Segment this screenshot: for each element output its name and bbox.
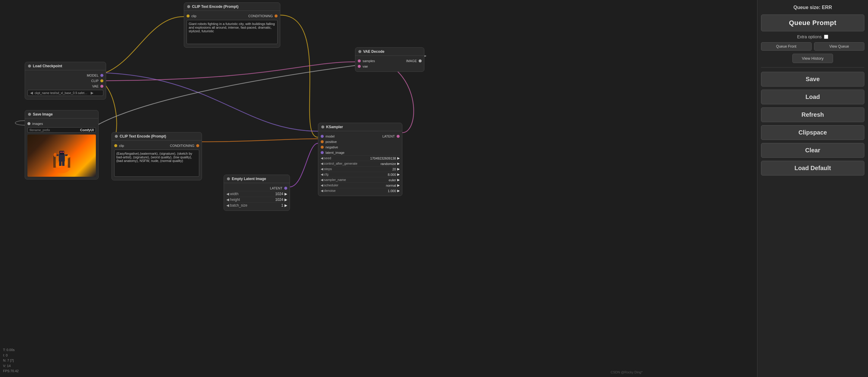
input-label-clip: clip (119, 144, 124, 147)
scheduler-value: normal (386, 184, 396, 187)
node-empty-latent[interactable]: Empty Latent Image LATENT ◀ width 1024 ▶… (224, 175, 290, 211)
denoise-label: ◀ denoise (321, 189, 357, 193)
extra-options-label: Extra options (797, 34, 822, 39)
output-label-image: IMAGE (406, 59, 417, 63)
clip-text-bottom-textarea[interactable] (114, 150, 199, 177)
input-label-positive: positive (326, 140, 337, 144)
svg-rect-12 (68, 157, 70, 168)
output-port-clip[interactable] (100, 79, 103, 82)
output-port-vae[interactable] (100, 85, 103, 88)
clipspace-button[interactable]: Clipspace (761, 125, 864, 140)
output-port-conditioning[interactable] (196, 144, 199, 147)
node-clip-bottom-header: CLIP Text Encode (Prompt) (112, 133, 202, 141)
status-bar: T: 0.00s I: 0 N: 7 [7] V: 14 FPS:70.42 (3, 347, 19, 374)
extra-options-checkbox[interactable] (824, 35, 828, 39)
svg-rect-3 (59, 154, 65, 162)
node-title: Load Checkpoint (33, 64, 62, 68)
next-checkpoint-btn[interactable]: ▶ (90, 91, 94, 95)
output-label-conditioning: CONDITIONING (170, 144, 194, 147)
queue-size-label: Queue size: ERR (761, 5, 864, 10)
output-port-model[interactable] (100, 74, 103, 77)
node-load-checkpoint[interactable]: Load Checkpoint MODEL CLIP VAE (25, 62, 106, 99)
node-status-dot (187, 5, 190, 8)
input-port-latent-image[interactable] (321, 151, 324, 154)
input-port-vae[interactable] (358, 65, 361, 68)
view-history-button[interactable]: View History (792, 54, 833, 63)
canvas-area[interactable]: Load Checkpoint MODEL CLIP VAE (0, 0, 757, 377)
node-save-image[interactable]: Save Image images filename_prefix (25, 110, 98, 179)
input-label-vae: vae (363, 64, 368, 68)
ksampler-seed-row: ◀ seed 17049232609138 ▶ (321, 155, 400, 161)
input-port-samples[interactable] (358, 59, 361, 62)
output-label-conditioning: CONDITIONING (248, 14, 273, 18)
save-button[interactable]: Save (761, 72, 864, 87)
save-image-preview (27, 135, 96, 177)
right-panel: Queue size: ERR Queue Prompt Extra optio… (757, 0, 868, 377)
seed-label: ◀ seed (321, 156, 357, 160)
checkpoint-filename-row[interactable]: ◀ ckpt_name test/sd_xl_base_0.9.safetens… (27, 90, 103, 96)
node-ksampler[interactable]: KSampler model LATENT positive (318, 123, 402, 196)
node-status-dot (28, 113, 31, 116)
node-title: Empty Latent Image (232, 177, 266, 181)
empty-latent-height-row: ◀ height 1024 ▶ (226, 197, 287, 202)
width-label: ◀ width (226, 192, 262, 196)
height-label: ◀ height (226, 198, 262, 202)
output-label-latent: LATENT (382, 135, 395, 138)
status-fps: FPS:70.42 (3, 369, 19, 374)
svg-rect-6 (62, 152, 64, 153)
output-label-latent: LATENT (270, 186, 282, 190)
queue-front-button[interactable]: Queue Front (761, 42, 812, 51)
status-n: N: 7 [7] (3, 358, 19, 364)
node-clip-top-header: CLIP Text Encode (Prompt) (184, 3, 280, 11)
control-label: ◀ control_after_generate (321, 162, 358, 166)
output-label-clip: CLIP (91, 79, 98, 83)
ksampler-cfg-row: ◀ cfg 8.000 ▶ (321, 172, 400, 177)
batch-value: 1 (281, 203, 283, 207)
empty-latent-width-row: ◀ width 1024 ▶ (226, 191, 287, 197)
ksampler-sampler-row: ◀ sampler_name euler ▶ (321, 177, 400, 182)
svg-rect-5 (60, 152, 62, 153)
clip-text-top-textarea[interactable] (187, 20, 278, 44)
node-status-dot (28, 64, 31, 67)
node-vae-decode[interactable]: VAE Decode samples IMAGE vae (355, 47, 424, 72)
status-time: T: 0.00s (3, 347, 19, 353)
panel-divider-1 (761, 67, 864, 67)
output-port-conditioning[interactable] (275, 14, 278, 18)
node-clip-text-bottom[interactable]: CLIP Text Encode (Prompt) clip CONDITION… (112, 132, 202, 180)
input-port-positive[interactable] (321, 140, 324, 143)
input-port-negative[interactable] (321, 146, 324, 149)
view-history-row: View History (761, 54, 864, 63)
svg-rect-10 (62, 162, 64, 166)
view-queue-button[interactable]: View Queue (814, 42, 865, 51)
svg-point-14 (67, 155, 70, 158)
cfg-value: 8.000 (388, 173, 396, 176)
width-value: 1024 (275, 192, 283, 196)
filename-prefix-input[interactable] (51, 128, 94, 132)
scheduler-label: ◀ scheduler (321, 183, 357, 187)
input-port-model[interactable] (321, 135, 324, 138)
node-status-dot (358, 50, 361, 53)
control-value: randomize (381, 162, 396, 166)
input-port-clip[interactable] (114, 144, 117, 147)
prev-checkpoint-btn[interactable]: ◀ (30, 91, 33, 95)
batch-label: ◀ batch_size (226, 203, 262, 207)
clear-button[interactable]: Clear (761, 143, 864, 158)
filename-prefix-label: filename_prefix (30, 128, 50, 132)
input-port-clip[interactable] (187, 14, 190, 18)
queue-prompt-button[interactable]: Queue Prompt (761, 14, 864, 31)
node-empty-latent-header: Empty Latent Image (224, 175, 290, 183)
output-port-image[interactable] (418, 59, 422, 62)
steps-label: ◀ steps (321, 167, 357, 171)
output-port-latent[interactable] (397, 135, 400, 138)
ksampler-denoise-row: ◀ denoise 1.000 ▶ (321, 188, 400, 193)
input-label-negative: negative (326, 145, 338, 149)
load-default-button[interactable]: Load Default (761, 161, 864, 176)
save-image-filename-row[interactable]: filename_prefix (27, 127, 96, 133)
node-status-dot (115, 135, 118, 138)
load-button[interactable]: Load (761, 90, 864, 104)
input-port-images[interactable] (27, 122, 30, 125)
status-v: V: 14 (3, 364, 19, 369)
refresh-button[interactable]: Refresh (761, 107, 864, 122)
output-port-latent[interactable] (284, 187, 287, 190)
node-clip-text-top[interactable]: CLIP Text Encode (Prompt) clip CONDITION… (184, 2, 280, 48)
